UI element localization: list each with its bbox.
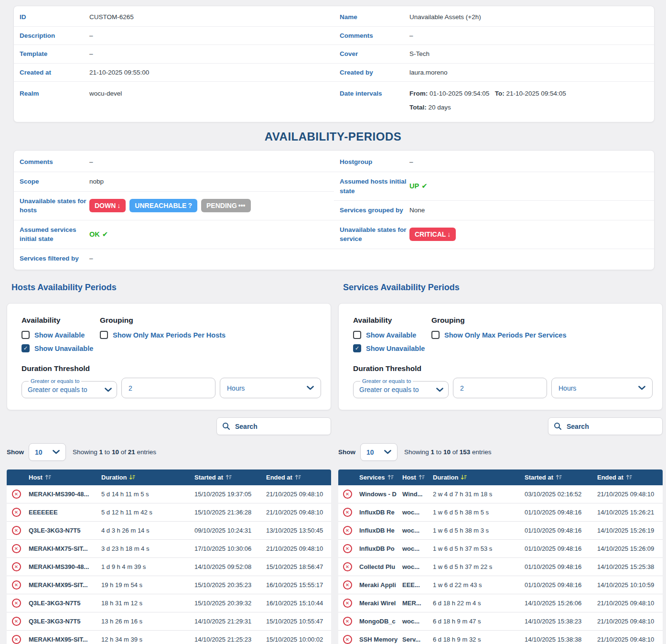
host-cell[interactable]: MERAKI-MS390-48... (26, 558, 98, 576)
table-row: ✕InfluxDB Rewoc...1 w 6 d 5 h 38 m 5 s01… (338, 503, 663, 522)
host-cell[interactable]: MERAKI-MS390-48... (26, 485, 98, 503)
services-search-input[interactable] (548, 417, 663, 435)
col-header-duration[interactable]: Duration (430, 469, 522, 485)
host-cell[interactable]: MERAKI-MX95-SIT... (26, 576, 98, 594)
started-at-cell: 01/10/2025 09:48:16 (522, 558, 594, 576)
show-available-checkbox-row[interactable]: Show Available (21, 331, 100, 339)
checkbox-checked-icon[interactable]: ✓ (21, 344, 30, 352)
field-label: Cover (340, 49, 409, 59)
page-size-select[interactable]: 10 (29, 443, 66, 461)
service-cell[interactable]: Meraki Appli (356, 576, 399, 594)
started-at-cell: 14/10/2025 15:38:38 (522, 631, 594, 644)
host-cell[interactable]: woc... (399, 540, 430, 558)
checkbox-checked-icon[interactable]: ✓ (353, 344, 361, 352)
service-cell[interactable]: MongoDB_c (356, 612, 399, 631)
service-cell[interactable]: InfluxDB He (356, 522, 399, 540)
host-cell[interactable]: Serv... (399, 631, 430, 644)
assumed-services-state: OK (89, 230, 100, 238)
service-cell[interactable]: SSH Memory (356, 631, 399, 644)
page-size-select[interactable]: 10 (360, 443, 397, 461)
host-cell[interactable]: woc... (399, 522, 430, 540)
duration-cell: 19 h 19 m 54 s (98, 576, 192, 594)
service-cell[interactable]: InfluxDB Po (356, 540, 399, 558)
showing-entries-text: Showing 1 to 10 of 21 entries (73, 448, 156, 456)
col-header-host[interactable]: Host (399, 469, 430, 485)
max-periods-checkbox-row[interactable]: Show Only Max Periods Per Services (431, 331, 566, 339)
host-cell[interactable]: Wind... (399, 485, 430, 503)
table-row: ✕Windows - DWind...2 w 4 d 7 h 31 m 18 s… (338, 485, 663, 503)
table-row: ✕Q3LE-3KG3-N7T54 d 3 h 26 m 14 s09/10/20… (7, 522, 331, 540)
sort-icon (419, 474, 425, 480)
check-icon: ✔ (421, 182, 428, 190)
threshold-input[interactable] (453, 378, 547, 398)
unit-select[interactable]: Hours (220, 378, 321, 398)
started-at-cell: 09/10/2025 10:24:31 (192, 522, 263, 540)
checkbox-label[interactable]: Show Available (34, 331, 85, 339)
operator-select[interactable]: Greater or equals to Greater or equals t… (21, 378, 117, 398)
table-row: ✕SSH MemoryServ...6 d 18 h 9 m 32 s14/10… (338, 631, 663, 644)
host-state-badges: DOWN↓UNREACHABLE?PENDING••• (89, 199, 255, 212)
started-at-cell: 15/10/2025 20:35:23 (192, 576, 263, 594)
host-cell[interactable]: MERAKI-MX95-SIT... (26, 631, 98, 644)
host-cell[interactable]: MER... (399, 594, 430, 612)
field-value: None (409, 206, 425, 215)
checkbox-unchecked-icon[interactable] (100, 331, 108, 339)
col-header-started-at[interactable]: Started at (192, 469, 263, 485)
field-value: Unavailable Assets (+2h) (409, 12, 481, 22)
field-label: Unavailable states for service (340, 225, 409, 244)
table-row: ✕InfluxDB Hewoc...1 w 6 d 5 h 38 m 3 s01… (338, 522, 663, 540)
checkbox-label[interactable]: Show Only Max Periods Per Hosts (113, 331, 226, 339)
checkbox-label[interactable]: Show Unavailable (366, 345, 425, 352)
col-header-duration[interactable]: Duration (98, 469, 192, 485)
started-at-cell: 14/10/2025 09:52:08 (192, 558, 263, 576)
host-cell[interactable]: woc... (399, 503, 430, 522)
host-cell[interactable]: Q3LE-3KG3-N7T5 (26, 612, 98, 631)
critical-state-icon: ✕ (343, 490, 352, 499)
checkbox-label[interactable]: Show Available (366, 331, 416, 339)
show-available-checkbox-row[interactable]: Show Available (353, 331, 431, 339)
state-cell: ✕ (338, 503, 356, 522)
threshold-input[interactable] (121, 378, 215, 398)
col-header-ended-at[interactable]: Ended at (263, 469, 331, 485)
hosts-section-title: Hosts Availability Periods (11, 283, 331, 293)
unit-select[interactable]: Hours (551, 378, 653, 398)
grouping-heading: Grouping (100, 316, 226, 325)
host-cell[interactable]: Q3LE-3KG3-N7T5 (26, 522, 98, 540)
service-cell[interactable]: InfluxDB Re (356, 503, 399, 522)
col-header-host[interactable]: Host (26, 469, 98, 485)
max-periods-checkbox-row[interactable]: Show Only Max Periods Per Hosts (100, 331, 226, 339)
show-unavailable-checkbox-row[interactable]: ✓ Show Unavailable (21, 344, 100, 352)
duration-cell: 6 d 18 h 9 m 32 s (430, 631, 522, 644)
checkbox-unchecked-icon[interactable] (431, 331, 440, 339)
checkbox-label[interactable]: Show Only Max Periods Per Services (444, 331, 566, 339)
state-column-header (7, 469, 26, 485)
service-cell[interactable]: Windows - D (356, 485, 399, 503)
field-label: Services grouped by (340, 206, 409, 215)
host-cell[interactable]: MERAKI-MX75-SIT... (26, 540, 98, 558)
table-row: ✕MERAKI-MX95-SIT...12 h 34 m 39 s14/10/2… (7, 631, 331, 644)
host-cell[interactable]: EEE... (399, 576, 430, 594)
hosts-search-input[interactable] (216, 417, 331, 435)
operator-select[interactable]: Greater or equals to Greater or equals t… (353, 378, 449, 398)
state-cell: ✕ (7, 540, 26, 558)
services-filter-panel: Availability Show Available ✓ Show Unava… (338, 303, 663, 410)
host-cell[interactable]: woc... (399, 612, 430, 631)
col-header-services[interactable]: Services (356, 469, 399, 485)
chevron-down-icon (105, 388, 112, 392)
service-cell[interactable]: Collectd Plu (356, 558, 399, 576)
critical-state-icon: ✕ (12, 544, 21, 553)
col-header-ended-at[interactable]: Ended at (594, 469, 663, 485)
checkbox-label[interactable]: Show Unavailable (34, 345, 93, 352)
col-header-started-at[interactable]: Started at (522, 469, 594, 485)
host-cell[interactable]: EEEEEEE (26, 503, 98, 522)
started-at-cell: 15/10/2025 20:39:32 (192, 594, 263, 612)
show-unavailable-checkbox-row[interactable]: ✓ Show Unavailable (353, 344, 431, 352)
checkbox-unchecked-icon[interactable] (353, 331, 361, 339)
hosts-availability-section: Hosts Availability Periods Availability … (7, 281, 331, 644)
checkbox-unchecked-icon[interactable] (21, 331, 30, 339)
host-cell[interactable]: Q3LE-3KG3-N7T5 (26, 594, 98, 612)
table-header-row: Services Host Duration Started at Ended … (338, 469, 663, 485)
service-cell[interactable]: Meraki Wirel (356, 594, 399, 612)
host-cell[interactable]: woc... (399, 558, 430, 576)
critical-state-icon: ✕ (12, 562, 21, 571)
